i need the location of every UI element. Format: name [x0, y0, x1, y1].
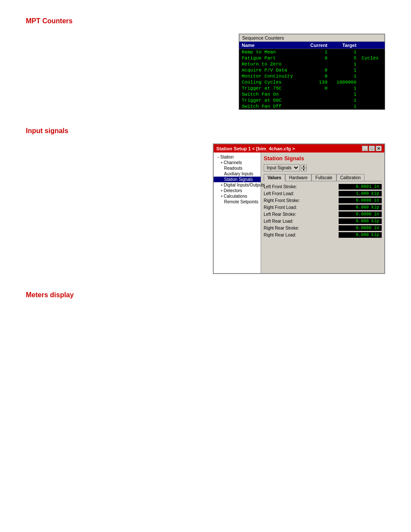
input-signals-heading: Input signals	[26, 127, 385, 135]
signal-value: 0.0000 in	[339, 212, 382, 217]
row-current	[304, 61, 330, 67]
signal-value: 0.0001 in	[339, 184, 382, 190]
row-name: Monitor Continuity	[239, 73, 304, 79]
tree-item[interactable]: +Channels	[214, 160, 261, 165]
row-current: 0	[304, 85, 330, 91]
maximize-button[interactable]: □	[369, 146, 375, 151]
col-extra	[359, 42, 385, 49]
tree-item[interactable]: +Calculations	[214, 193, 261, 199]
spinner-up[interactable]: ▲	[301, 165, 307, 168]
tree-item[interactable]: +Digital Inputs/Outputs	[214, 182, 261, 188]
signal-label: Left Front Load:	[264, 191, 307, 196]
row-current	[304, 91, 330, 97]
signal-value: 0.000 kip	[339, 218, 382, 224]
row-name: Trigger at 75C	[239, 85, 304, 91]
tab-values[interactable]: Values	[264, 174, 285, 181]
close-button[interactable]: ✕	[376, 146, 382, 151]
signal-label: Left Rear Stroke:	[264, 212, 307, 217]
row-name: Switch Fan On	[239, 91, 304, 97]
tabs-row: ValuesHardwareFullscaleCalibration	[264, 174, 382, 181]
row-name: Fatigue Part	[239, 55, 304, 61]
col-name: Name	[239, 42, 304, 49]
tree-item[interactable]: Station Signals	[214, 177, 261, 182]
row-name: Switch Fan Off	[239, 103, 304, 109]
station-setup-window: Station Setup 1 < [bim_4chan.cfg > _ □ ✕…	[213, 143, 385, 274]
row-name: Trigger at 50C	[239, 97, 304, 103]
table-row: Switch Fan On1	[239, 91, 385, 97]
row-name: Cooling Cycles	[239, 79, 304, 85]
signal-row: Right Front Load:0.000 kip	[264, 205, 382, 210]
signal-row: Right Rear Stroke:0.0000 in	[264, 225, 382, 231]
row-current: 0	[304, 55, 330, 61]
tab-fullscale[interactable]: Fullscale	[311, 174, 336, 181]
signal-value: 0.000 kip	[339, 205, 382, 210]
table-row: Switch Fan Off1	[239, 103, 385, 109]
row-extra	[359, 61, 385, 67]
table-row: Fatigue Part05Cycles	[239, 55, 385, 61]
window-titlebar: Station Setup 1 < [bim_4chan.cfg > _ □ ✕	[214, 144, 384, 152]
row-current	[304, 103, 330, 109]
tree-item[interactable]: Remote Setpoints	[214, 199, 261, 205]
row-target: 1	[330, 67, 359, 73]
seq-counters-table: Name Current Target Ramp to Mean11Fatigu…	[239, 42, 385, 109]
window-controls[interactable]: _ □ ✕	[362, 146, 382, 151]
row-current: 1	[304, 49, 330, 56]
row-target: 1000000	[330, 79, 359, 85]
row-extra	[359, 103, 385, 109]
row-target: 1	[330, 61, 359, 67]
minimize-button[interactable]: _	[362, 146, 368, 151]
tab-hardware[interactable]: Hardware	[285, 174, 311, 181]
table-row: Return to Zero1	[239, 61, 385, 67]
row-extra	[359, 79, 385, 85]
tree-item[interactable]: −Station	[214, 154, 261, 160]
row-name: Ramp to Mean	[239, 49, 304, 56]
signal-label: Left Front Stroke:	[264, 184, 307, 189]
table-row: Trigger at 50C1	[239, 97, 385, 103]
table-row: Acquire P/V Data01	[239, 67, 385, 73]
col-target: Target	[330, 42, 359, 49]
spinner-down[interactable]: ▼	[301, 168, 307, 171]
signal-value: 0.000 kip	[339, 232, 382, 238]
signal-row: Right Rear Load:0.000 kip	[264, 232, 382, 238]
meters-display-heading: Meters display	[26, 291, 385, 299]
row-current: 0	[304, 67, 330, 73]
tree-item[interactable]: Auxiliary Inputs	[214, 171, 261, 177]
row-target: 1	[330, 73, 359, 79]
tree-item[interactable]: +Detectors	[214, 188, 261, 193]
input-signals-dropdown[interactable]: Input Signals	[264, 164, 300, 171]
tab-calibration[interactable]: Calibration	[336, 174, 365, 181]
signal-label: Right Front Stroke:	[264, 198, 307, 203]
col-current: Current	[304, 42, 330, 49]
signal-row: Left Front Stroke:0.0001 in	[264, 184, 382, 190]
table-row: Monitor Continuity01	[239, 73, 385, 79]
row-extra	[359, 91, 385, 97]
row-target: 1	[330, 85, 359, 91]
seq-counters-panel: Sequence Counters Name Current Target Ra…	[239, 34, 385, 110]
row-target: 1	[330, 91, 359, 97]
row-extra	[359, 73, 385, 79]
signal-value: 1.000 kip	[339, 191, 382, 196]
row-extra: Cycles	[359, 55, 385, 61]
seq-counters-title: Sequence Counters	[239, 34, 385, 42]
row-extra	[359, 85, 385, 91]
table-row: Trigger at 75C01	[239, 85, 385, 91]
signal-row: Left Rear Load:0.000 kip	[264, 218, 382, 224]
signal-row: Left Rear Stroke:0.0000 in	[264, 212, 382, 217]
row-extra	[359, 49, 385, 56]
spinner[interactable]: ▲ ▼	[301, 165, 307, 171]
signal-rows: Left Front Stroke:0.0001 inLeft Front Lo…	[264, 184, 382, 238]
row-name: Return to Zero	[239, 61, 304, 67]
signal-label: Right Front Load:	[264, 205, 307, 210]
row-current: 130	[304, 79, 330, 85]
tree-sidebar: −Station+ChannelsReadoutsAuxiliary Input…	[214, 152, 261, 273]
row-name: Acquire P/V Data	[239, 67, 304, 73]
row-target: 1	[330, 97, 359, 103]
row-current	[304, 97, 330, 103]
tree-item[interactable]: Readouts	[214, 165, 261, 171]
panel-title: Station Signals	[264, 155, 382, 162]
mpt-counters-heading: MPT Counters	[26, 17, 385, 25]
signal-label: Right Rear Load:	[264, 233, 307, 237]
signal-value: 0.0000 in	[339, 198, 382, 203]
window-title: Station Setup 1 < [bim_4chan.cfg >	[216, 146, 295, 151]
right-panel: Station Signals Input Signals ▲ ▼ Value	[261, 152, 384, 273]
